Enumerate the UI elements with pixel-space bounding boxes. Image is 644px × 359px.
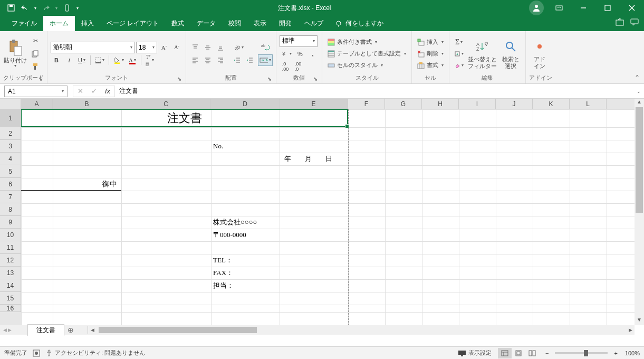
row-header-11[interactable]: 11 bbox=[0, 241, 21, 254]
align-right-button[interactable] bbox=[215, 54, 226, 66]
col-header-C[interactable]: C bbox=[121, 99, 211, 109]
font-name-combo[interactable]: 游明朝▾ bbox=[51, 42, 135, 53]
col-header-J[interactable]: J bbox=[496, 99, 533, 109]
ribbon-options-icon[interactable] bbox=[547, 0, 571, 16]
page-break-view-button[interactable] bbox=[525, 348, 539, 358]
cell[interactable]: FAX： bbox=[211, 267, 348, 279]
name-box[interactable]: A1▾ bbox=[4, 86, 68, 97]
scroll-right-icon[interactable]: ▶ bbox=[626, 326, 635, 334]
conditional-format-button[interactable]: 条件付き書式 bbox=[325, 36, 408, 48]
cell[interactable]: 御中 bbox=[53, 178, 121, 191]
display-settings[interactable]: 表示設定 bbox=[468, 349, 492, 357]
tab-view[interactable]: 表示 bbox=[247, 16, 273, 31]
format-painter-button[interactable] bbox=[30, 61, 41, 72]
display-settings-icon[interactable] bbox=[458, 350, 466, 356]
row-header-15[interactable]: 15 bbox=[0, 292, 21, 305]
enter-icon[interactable]: ✓ bbox=[87, 86, 101, 97]
fill-color-button[interactable] bbox=[112, 54, 126, 66]
row-header-5[interactable]: 5 bbox=[0, 165, 21, 178]
zoom-out-button[interactable]: − bbox=[543, 350, 551, 356]
cancel-icon[interactable]: ✕ bbox=[73, 86, 87, 97]
align-center-button[interactable] bbox=[202, 54, 214, 66]
row-header-6[interactable]: 6 bbox=[0, 178, 21, 191]
cells-canvas[interactable]: 注文書No.年 月 日御中株式会社○○○○〒000-0000TEL：FAX：担当… bbox=[21, 109, 635, 325]
row-header-2[interactable]: 2 bbox=[0, 127, 21, 140]
cell-styles-button[interactable]: セルのスタイル bbox=[325, 60, 408, 71]
increase-indent-button[interactable] bbox=[244, 54, 256, 66]
undo-icon[interactable] bbox=[19, 2, 31, 14]
tab-data[interactable]: データ bbox=[190, 16, 222, 31]
merge-button[interactable] bbox=[258, 54, 273, 66]
clipboard-dialog-icon[interactable]: ⬊ bbox=[37, 76, 44, 82]
col-header-F[interactable]: F bbox=[348, 99, 385, 109]
zoom-in-button[interactable]: + bbox=[612, 350, 619, 356]
number-dialog-icon[interactable]: ⬊ bbox=[312, 76, 319, 82]
paste-button[interactable]: 貼り付け ▾ bbox=[3, 34, 27, 74]
find-select-button[interactable]: 検索と 選択 bbox=[499, 34, 522, 74]
col-header-H[interactable]: H bbox=[422, 99, 459, 109]
sheet-nav-first-icon[interactable]: ◀ bbox=[3, 327, 7, 333]
redo-dd[interactable]: ▾ bbox=[54, 2, 59, 14]
format-as-table-button[interactable]: テーブルとして書式設定 bbox=[325, 48, 408, 60]
select-all-button[interactable] bbox=[0, 99, 21, 109]
expand-formula-icon[interactable]: ⌄ bbox=[633, 89, 644, 94]
tellme[interactable]: 何をしますか bbox=[330, 16, 389, 31]
user-avatar[interactable] bbox=[529, 1, 544, 15]
zoom-level[interactable]: 100% bbox=[625, 350, 640, 356]
comments-icon[interactable] bbox=[630, 18, 639, 26]
col-header-K[interactable]: K bbox=[533, 99, 570, 109]
col-header-E[interactable]: E bbox=[280, 99, 348, 109]
row-header-16[interactable]: 16 bbox=[0, 305, 21, 312]
scroll-up-icon[interactable]: ▲ bbox=[635, 99, 644, 107]
insert-cells-button[interactable]: 挿入 bbox=[415, 36, 446, 48]
zoom-thumb[interactable] bbox=[584, 350, 588, 356]
v-scroll-thumb[interactable] bbox=[636, 107, 643, 213]
wrap-text-button[interactable]: ab bbox=[258, 42, 273, 53]
minimize-icon[interactable] bbox=[571, 0, 595, 16]
fill-button[interactable] bbox=[453, 48, 465, 60]
row-header-7[interactable]: 7 bbox=[0, 191, 21, 203]
row-header-8[interactable]: 8 bbox=[0, 203, 21, 216]
cell[interactable]: 担当： bbox=[211, 279, 348, 292]
normal-view-button[interactable] bbox=[498, 348, 512, 358]
align-top-button[interactable] bbox=[189, 42, 201, 53]
increase-decimal-button[interactable]: .0.00 bbox=[280, 61, 291, 72]
row-header-14[interactable]: 14 bbox=[0, 279, 21, 292]
tab-review[interactable]: 校閲 bbox=[222, 16, 247, 31]
cell[interactable]: No. bbox=[211, 140, 280, 153]
col-header-G[interactable]: G bbox=[385, 99, 422, 109]
cut-button[interactable]: ✂ bbox=[30, 35, 41, 47]
cell[interactable]: 注文書 bbox=[21, 109, 348, 127]
row-header-10[interactable]: 10 bbox=[0, 229, 21, 241]
tab-home[interactable]: ホーム bbox=[43, 16, 75, 31]
new-sheet-button[interactable]: ⊕ bbox=[64, 326, 77, 334]
col-header-B[interactable]: B bbox=[53, 99, 121, 109]
format-cells-button[interactable]: 書式 bbox=[415, 60, 446, 71]
sort-filter-button[interactable]: AZ 並べ替えと フィルター bbox=[467, 34, 497, 74]
horizontal-scrollbar[interactable]: ◀ ▶ bbox=[88, 326, 635, 334]
cell[interactable]: 〒000-0000 bbox=[211, 229, 348, 241]
row-header-3[interactable]: 3 bbox=[0, 140, 21, 153]
bold-button[interactable]: B bbox=[51, 54, 62, 66]
italic-button[interactable]: I bbox=[63, 54, 75, 66]
row-header-1[interactable]: 1 bbox=[0, 109, 21, 127]
row-header-13[interactable]: 13 bbox=[0, 267, 21, 279]
clear-button[interactable] bbox=[453, 60, 465, 71]
tab-formulas[interactable]: 数式 bbox=[165, 16, 190, 31]
row-header-12[interactable]: 12 bbox=[0, 254, 21, 267]
font-color-button[interactable]: A bbox=[127, 54, 138, 66]
share-icon[interactable] bbox=[616, 18, 624, 26]
copy-button[interactable] bbox=[30, 48, 41, 60]
tab-pagelayout[interactable]: ページ レイアウト bbox=[100, 16, 165, 31]
percent-button[interactable]: % bbox=[294, 48, 306, 60]
decrease-decimal-button[interactable]: .00.0 bbox=[292, 61, 304, 72]
align-left-button[interactable] bbox=[189, 54, 201, 66]
h-scroll-thumb[interactable] bbox=[99, 327, 257, 333]
fx-icon[interactable]: fx bbox=[101, 86, 114, 97]
comma-button[interactable]: , bbox=[307, 48, 319, 60]
scroll-left-icon[interactable]: ◀ bbox=[88, 326, 97, 334]
tab-file[interactable]: ファイル bbox=[5, 16, 43, 31]
page-layout-view-button[interactable] bbox=[512, 348, 525, 358]
decrease-indent-button[interactable] bbox=[232, 54, 243, 66]
scroll-down-icon[interactable]: ▼ bbox=[635, 317, 644, 325]
